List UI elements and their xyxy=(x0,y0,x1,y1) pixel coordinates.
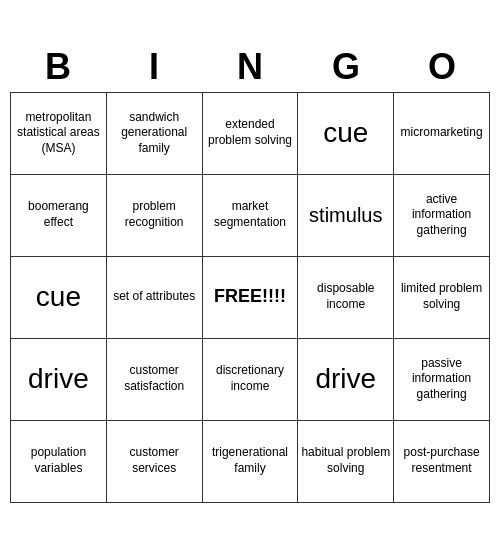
bingo-cell: drive xyxy=(11,339,107,421)
bingo-card: BINGO metropolitan statistical areas (MS… xyxy=(10,42,490,503)
bingo-cell: set of attributes xyxy=(107,257,203,339)
bingo-cell: passive information gathering xyxy=(394,339,490,421)
bingo-cell: habitual problem solving xyxy=(298,421,394,503)
bingo-cell: population variables xyxy=(11,421,107,503)
bingo-cell: post-purchase resentment xyxy=(394,421,490,503)
header-letter: I xyxy=(106,42,202,92)
bingo-cell: discretionary income xyxy=(203,339,299,421)
bingo-cell: sandwich generational family xyxy=(107,93,203,175)
bingo-grid: metropolitan statistical areas (MSA)sand… xyxy=(10,92,490,503)
header-letter: G xyxy=(298,42,394,92)
bingo-cell: customer satisfaction xyxy=(107,339,203,421)
bingo-cell: stimulus xyxy=(298,175,394,257)
bingo-cell: extended problem solving xyxy=(203,93,299,175)
header-letter: O xyxy=(394,42,490,92)
bingo-cell: FREE!!!! xyxy=(203,257,299,339)
bingo-cell: trigenerational family xyxy=(203,421,299,503)
bingo-cell: boomerang effect xyxy=(11,175,107,257)
bingo-cell: market segmentation xyxy=(203,175,299,257)
bingo-cell: drive xyxy=(298,339,394,421)
bingo-cell: cue xyxy=(298,93,394,175)
bingo-cell: active information gathering xyxy=(394,175,490,257)
bingo-cell: metropolitan statistical areas (MSA) xyxy=(11,93,107,175)
bingo-cell: cue xyxy=(11,257,107,339)
bingo-cell: problem recognition xyxy=(107,175,203,257)
bingo-cell: disposable income xyxy=(298,257,394,339)
header-letter: B xyxy=(10,42,106,92)
bingo-cell: micromarketing xyxy=(394,93,490,175)
header-letter: N xyxy=(202,42,298,92)
bingo-cell: limited problem solving xyxy=(394,257,490,339)
bingo-cell: customer services xyxy=(107,421,203,503)
bingo-header: BINGO xyxy=(10,42,490,92)
